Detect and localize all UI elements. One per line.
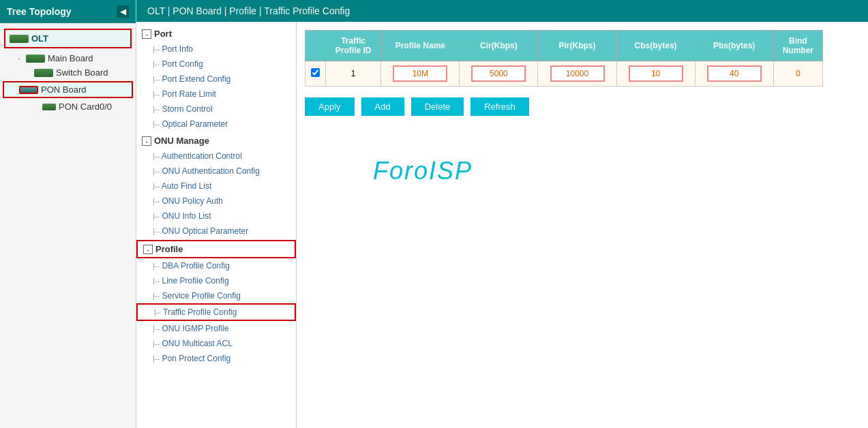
content-area: - Port |-- Port Info |-- Port Config |--…	[136, 22, 868, 428]
watermark-prefix: Foro	[373, 157, 429, 185]
onu-section-label: ONU Manage	[154, 136, 209, 146]
traffic-profile-id-value: 1	[351, 69, 356, 78]
cell-profile-name	[381, 61, 460, 87]
sidebar-header: Tree Topology ◀	[0, 0, 136, 23]
sidebar-title: Tree Topology	[7, 6, 72, 17]
cell-cbs-bytes	[616, 61, 695, 87]
onu-items: |-- Authentication Control |-- ONU Authe…	[136, 149, 296, 239]
pir-kbps-input[interactable]	[550, 65, 605, 82]
nav-section-profile: - Profile |-- DBA Profile Config |-- Lin…	[136, 240, 296, 366]
nav-section-port-header[interactable]: - Port	[136, 26, 296, 42]
cir-kbps-input[interactable]	[471, 65, 526, 82]
col-traffic-profile-id: TrafficProfile ID	[326, 31, 381, 61]
cell-pir-kbps	[538, 61, 616, 87]
table-panel: TrafficProfile ID Profile Name Cir(Kbps)…	[297, 22, 868, 428]
col-pir-kbps: Pir(Kbps)	[538, 31, 616, 61]
nav-section-onu-manage: - ONU Manage |-- Authentication Control …	[136, 133, 296, 239]
cell-traffic-profile-id: 1	[326, 61, 381, 87]
tree-node-olt[interactable]: OLT	[4, 29, 132, 48]
nav-item-onu-igmp[interactable]: |-- ONU IGMP Profile	[136, 321, 296, 336]
col-checkbox-header	[305, 31, 326, 61]
pon-card-label: PON Card0/0	[59, 102, 112, 112]
switch-board-label: Switch Board	[56, 67, 108, 78]
nav-item-auto-find[interactable]: |-- Auto Find List	[136, 179, 296, 194]
sidebar-collapse-button[interactable]: ◀	[117, 5, 129, 18]
nav-item-port-config[interactable]: |-- Port Config	[136, 57, 296, 72]
traffic-profile-table: TrafficProfile ID Profile Name Cir(Kbps)…	[305, 30, 823, 87]
nav-section-port: - Port |-- Port Info |-- Port Config |--…	[136, 26, 296, 132]
pon-board-icon	[19, 86, 38, 94]
watermark-highlight: I	[429, 157, 437, 185]
profile-collapse-icon: -	[143, 245, 153, 254]
onu-collapse-icon: -	[142, 136, 151, 146]
tree-node-switch-board[interactable]: Switch Board	[19, 65, 136, 80]
col-bind-number: BindNumber	[773, 31, 822, 61]
nav-item-onu-policy-auth[interactable]: |-- ONU Policy Auth	[136, 194, 296, 209]
table-row: 1	[305, 61, 823, 87]
nav-item-port-extend-config[interactable]: |-- Port Extend Config	[136, 72, 296, 87]
nav-item-dba-profile[interactable]: |-- DBA Profile Config	[136, 258, 296, 273]
cell-bind-number: 0	[773, 61, 822, 87]
profile-items: |-- DBA Profile Config |-- Line Profile …	[136, 258, 296, 366]
nav-item-onu-multicast-acl[interactable]: |-- ONU Multicast ACL	[136, 336, 296, 351]
tree-node-pon-board[interactable]: PON Board	[3, 81, 133, 98]
port-collapse-icon: -	[142, 29, 151, 39]
main-board-label: Main Board	[48, 53, 93, 63]
sidebar: Tree Topology ◀ OLT - Main Board Switch …	[0, 0, 136, 428]
olt-icon	[10, 35, 29, 43]
main-panel: OLT | PON Board | Profile | Traffic Prof…	[136, 0, 868, 428]
nav-item-service-profile[interactable]: |-- Service Profile Config	[136, 288, 296, 303]
add-button[interactable]: Add	[361, 97, 404, 116]
nav-item-auth-control[interactable]: |-- Authentication Control	[136, 149, 296, 164]
nav-panel: - Port |-- Port Info |-- Port Config |--…	[136, 22, 297, 428]
nav-item-storm-control[interactable]: |-- Storm Control	[136, 102, 296, 117]
refresh-button[interactable]: Refresh	[470, 97, 529, 116]
tree-node-pon-card[interactable]: PON Card0/0	[27, 100, 136, 114]
tree-node-main-board[interactable]: - Main Board	[11, 51, 136, 65]
delete-button[interactable]: Delete	[411, 97, 464, 116]
cell-cir-kbps	[460, 61, 538, 87]
nav-item-optical-param[interactable]: |-- Optical Parameter	[136, 117, 296, 132]
col-pbs-bytes: Pbs(bytes)	[695, 31, 773, 61]
pbs-bytes-input[interactable]	[707, 65, 762, 82]
watermark-suffix: SP	[437, 157, 473, 185]
nav-section-profile-header[interactable]: - Profile	[136, 240, 296, 258]
pon-card-icon	[42, 104, 56, 110]
nav-item-port-rate-limit[interactable]: |-- Port Rate Limit	[136, 87, 296, 102]
row-checkbox-cell	[305, 61, 326, 87]
nav-item-port-info[interactable]: |-- Port Info	[136, 42, 296, 57]
nav-section-onu-header[interactable]: - ONU Manage	[136, 133, 296, 149]
col-cir-kbps: Cir(Kbps)	[460, 31, 538, 61]
port-section-label: Port	[154, 29, 172, 39]
row-checkbox[interactable]	[311, 68, 320, 77]
nav-item-line-profile[interactable]: |-- Line Profile Config	[136, 273, 296, 288]
col-profile-name: Profile Name	[381, 31, 460, 61]
breadcrumb: OLT | PON Board | Profile | Traffic Prof…	[136, 0, 868, 22]
profile-section-label: Profile	[155, 244, 183, 254]
expand-icon-main: -	[15, 55, 23, 62]
switch-board-icon	[34, 69, 53, 77]
bind-number-value: 0	[796, 69, 800, 78]
apply-button[interactable]: Apply	[305, 97, 355, 116]
pon-board-label: PON Board	[41, 85, 86, 95]
nav-item-pon-protect[interactable]: |-- Pon Protect Config	[136, 351, 296, 366]
profile-name-input[interactable]	[393, 65, 447, 82]
main-board-icon	[26, 55, 45, 63]
nav-item-traffic-profile[interactable]: |-- Traffic Profile Config	[136, 303, 296, 321]
breadcrumb-text: OLT | PON Board | Profile | Traffic Prof…	[147, 5, 350, 16]
nav-item-onu-auth-config[interactable]: |-- ONU Authentication Config	[136, 164, 296, 179]
port-items: |-- Port Info |-- Port Config |-- Port E…	[136, 42, 296, 132]
cbs-bytes-input[interactable]	[629, 65, 683, 82]
nav-item-onu-info-list[interactable]: |-- ONU Info List	[136, 209, 296, 224]
col-cbs-bytes: Cbs(bytes)	[616, 31, 695, 61]
olt-label: OLT	[31, 33, 48, 44]
action-buttons: Apply Add Delete Refresh	[305, 97, 529, 116]
cell-pbs-bytes	[695, 61, 773, 87]
nav-item-onu-optical[interactable]: |-- ONU Optical Parameter	[136, 224, 296, 239]
watermark: ForoISP	[373, 157, 473, 185]
